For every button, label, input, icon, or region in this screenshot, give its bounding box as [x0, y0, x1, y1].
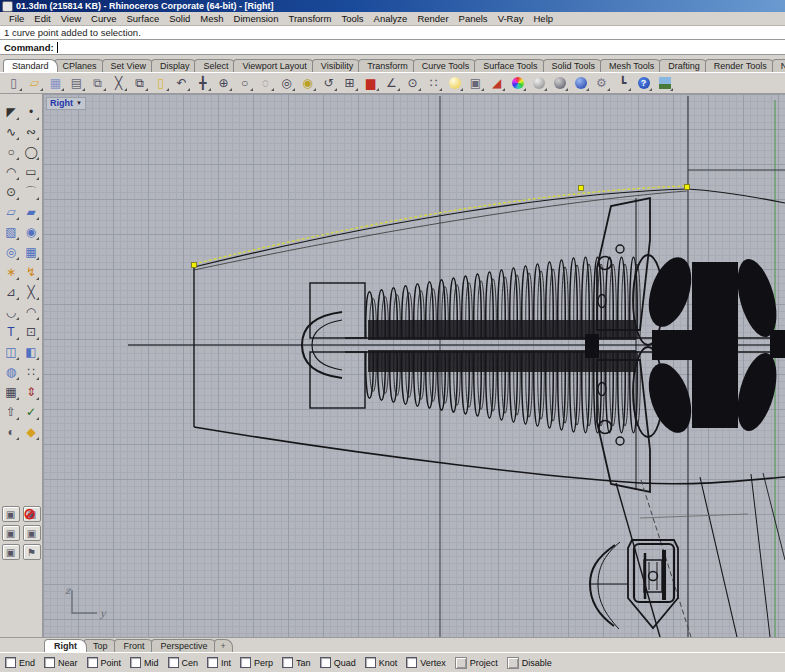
torus-icon[interactable]: ◎	[1, 242, 21, 262]
zoom-dynamic-icon[interactable]: ◌	[255, 73, 276, 93]
scale-icon[interactable]: ⇕	[21, 382, 41, 402]
toolbar-tab-set-view[interactable]: Set View	[102, 59, 155, 72]
osnap-mid-checkbox[interactable]	[130, 657, 141, 668]
point-icon[interactable]: •	[21, 102, 41, 122]
osnap-vertex-checkbox[interactable]	[406, 657, 417, 668]
circle-icon[interactable]: ○	[1, 142, 21, 162]
cad-drawing[interactable]: z y	[43, 94, 785, 637]
zoom-window-icon[interactable]: ◎	[276, 73, 297, 93]
osnap-mid[interactable]: Mid	[130, 657, 159, 668]
pylon-strut[interactable]	[616, 473, 785, 637]
spark-icon[interactable]: ↯	[21, 262, 41, 282]
mesh-box-icon[interactable]: ▦	[21, 242, 41, 262]
grid-array-icon[interactable]: ▦	[1, 382, 21, 402]
osnap-int-checkbox[interactable]	[207, 657, 218, 668]
explode-icon[interactable]: ∗	[1, 262, 21, 282]
menu-mesh[interactable]: Mesh	[195, 13, 228, 24]
toolbar-tab-drafting[interactable]: Drafting	[659, 59, 709, 72]
diamond-icon[interactable]: ◆	[21, 422, 41, 442]
curve-points-icon[interactable]: ∾	[21, 122, 41, 142]
open-file-icon[interactable]: ▱	[24, 73, 45, 93]
extrude-icon[interactable]: ⇧	[1, 402, 21, 422]
blend-icon[interactable]: ◠	[21, 302, 41, 322]
lock-icon[interactable]: ▣	[465, 73, 486, 93]
text-icon[interactable]: T	[1, 322, 21, 342]
menu-render[interactable]: Render	[412, 13, 453, 24]
shade-icon[interactable]: ◐	[1, 422, 21, 442]
toolbar-tab-surface-tools[interactable]: Surface Tools	[474, 59, 546, 72]
menu-vray[interactable]: V-Ray	[493, 13, 529, 24]
render-sphere-dark-icon[interactable]	[549, 73, 570, 93]
osnap-tan[interactable]: Tan	[282, 657, 311, 668]
new-file-icon[interactable]: ▯	[3, 73, 24, 93]
ellipse-icon[interactable]: ◯	[21, 142, 41, 162]
osnap-knot[interactable]: Knot	[365, 657, 398, 668]
toolbar-tab-render-tools[interactable]: Render Tools	[705, 59, 776, 72]
check-icon[interactable]: ✓	[21, 402, 41, 422]
osnap-perp[interactable]: Perp	[240, 657, 273, 668]
osnap-near[interactable]: Near	[44, 657, 78, 668]
viewport-layout-icon[interactable]: ⊞	[339, 73, 360, 93]
layer-wedge-icon[interactable]: ◢	[486, 73, 507, 93]
record-history-icon[interactable]: ┗	[612, 73, 633, 93]
osnap-end-checkbox[interactable]	[5, 657, 16, 668]
paste-icon[interactable]: ▯	[150, 73, 171, 93]
menu-transform[interactable]: Transform	[283, 13, 336, 24]
menu-view[interactable]: View	[56, 13, 86, 24]
flag-toggle[interactable]: ⚑	[23, 544, 41, 560]
car-icon[interactable]: ▆	[360, 73, 381, 93]
menu-surface[interactable]: Surface	[121, 13, 164, 24]
viewport-tab-right[interactable]: Right	[44, 639, 87, 652]
viewport-tab-perspective[interactable]: Perspective	[151, 639, 218, 652]
osnap-cen[interactable]: Cen	[168, 657, 199, 668]
osnap-tan-checkbox[interactable]	[282, 657, 293, 668]
command-line[interactable]: Command:	[0, 40, 785, 55]
right-viewport[interactable]: Right ▼	[43, 94, 785, 637]
image-frame-icon[interactable]	[654, 73, 675, 93]
osnap-quad-checkbox[interactable]	[320, 657, 331, 668]
export-icon[interactable]: ⧉	[87, 73, 108, 93]
box-icon[interactable]: ▧	[1, 222, 21, 242]
arc-icon[interactable]: ◠	[1, 162, 21, 182]
lamp-icon[interactable]	[444, 73, 465, 93]
monitor-toggle-2[interactable]: ▣	[2, 525, 20, 541]
menu-tools[interactable]: Tools	[336, 13, 368, 24]
select-arrow-icon[interactable]: ◤	[1, 102, 21, 122]
array-icon[interactable]: ∷	[21, 362, 41, 382]
cut-icon[interactable]: ╳	[108, 73, 129, 93]
menu-panels[interactable]: Panels	[454, 13, 493, 24]
osnap-disable[interactable]: Disable	[507, 657, 552, 669]
surface-patch-icon[interactable]: ▱	[1, 202, 21, 222]
point-cloud-icon[interactable]: ∷	[423, 73, 444, 93]
osnap-vertex[interactable]: Vertex	[406, 657, 446, 668]
toolbar-tab-mesh-tools[interactable]: Mesh Tools	[600, 59, 663, 72]
osnap-point-checkbox[interactable]	[87, 657, 98, 668]
nacelle-bottom-outline[interactable]	[194, 427, 785, 484]
toolbar-tab-visibility[interactable]: Visibility	[312, 59, 362, 72]
toolbar-tab-curve-tools[interactable]: Curve Tools	[413, 59, 478, 72]
control-points-icon[interactable]: ⊡	[21, 322, 41, 342]
menu-curve[interactable]: Curve	[86, 13, 121, 24]
osnap-near-checkbox[interactable]	[44, 657, 55, 668]
help-icon[interactable]: ?	[633, 73, 654, 93]
trim-icon[interactable]: ⊿	[1, 282, 21, 302]
toolbar-tab-display[interactable]: Display	[151, 59, 199, 72]
render-sphere-gray-icon[interactable]	[528, 73, 549, 93]
osnap-quad[interactable]: Quad	[320, 657, 356, 668]
split-icon[interactable]: ╳	[21, 282, 41, 302]
osnap-project[interactable]: Project	[455, 657, 498, 669]
toolbar-tab-viewport-layout[interactable]: Viewport Layout	[233, 59, 315, 72]
osnap-point[interactable]: Point	[87, 657, 122, 668]
blocks-icon[interactable]: ◫	[1, 342, 21, 362]
menu-analyze[interactable]: Analyze	[369, 13, 413, 24]
mount-assembly[interactable]	[590, 540, 678, 629]
viewport-tab-front[interactable]: Front	[114, 639, 155, 652]
osnap-end[interactable]: End	[5, 657, 35, 668]
osnap-int[interactable]: Int	[207, 657, 231, 668]
monitor-toggle-1[interactable]: ▣	[2, 506, 20, 522]
toolbar-tab-solid-tools[interactable]: Solid Tools	[543, 59, 604, 72]
sphere-pair-icon[interactable]: ◉	[21, 222, 41, 242]
title-bar[interactable]: 01.3dm (215814 KB) - Rhinoceros Corporat…	[0, 0, 785, 12]
toolbar-tab-standard[interactable]: Standard	[3, 59, 58, 72]
options-gear-icon[interactable]: ⚙	[591, 73, 612, 93]
